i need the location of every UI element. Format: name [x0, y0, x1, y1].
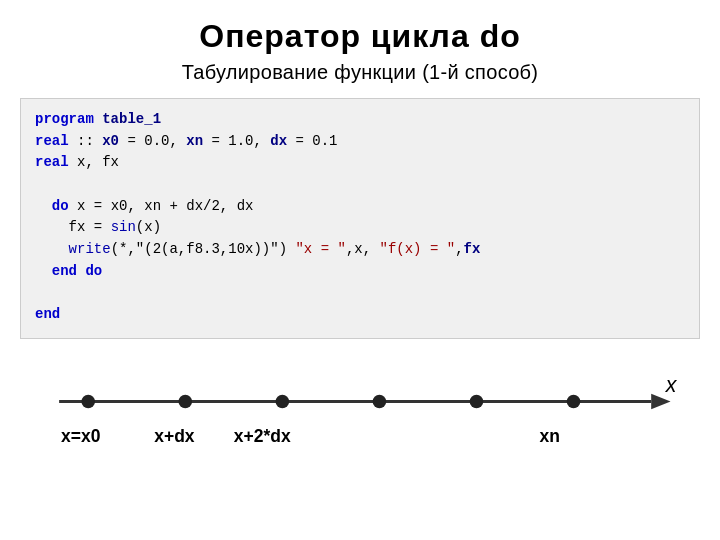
- svg-point-4: [276, 395, 290, 409]
- code-line-blank-2: [35, 283, 685, 305]
- axis-label: x: [665, 373, 678, 397]
- code-line-1: program table_1: [35, 109, 685, 131]
- code-line-5: fx = sin(x): [35, 217, 685, 239]
- code-line-2: real :: x0 = 0.0, xn = 1.0, dx = 0.1: [35, 131, 685, 153]
- svg-point-7: [567, 395, 581, 409]
- page: Оператор цикла do Табулирование функции …: [0, 0, 720, 540]
- svg-point-5: [373, 395, 387, 409]
- svg-point-6: [470, 395, 484, 409]
- number-line-svg: x x=x0 x+dx x+2*dx xn: [30, 363, 690, 473]
- code-line-3: real x, fx: [35, 152, 685, 174]
- label-xn: xn: [540, 426, 560, 446]
- diagram: x x=x0 x+dx x+2*dx xn: [20, 363, 700, 477]
- code-line-8: end: [35, 304, 685, 326]
- code-line-blank-1: [35, 174, 685, 196]
- main-title: Оператор цикла do: [199, 18, 520, 55]
- label-x2dx: x+2*dx: [234, 426, 291, 446]
- code-line-4: do x = x0, xn + dx/2, dx: [35, 196, 685, 218]
- code-line-6: write(*,"(2(a,f8.3,10x))") "x = ",x, "f(…: [35, 239, 685, 261]
- svg-point-2: [81, 395, 95, 409]
- code-line-7: end do: [35, 261, 685, 283]
- label-xdx: x+dx: [154, 426, 195, 446]
- code-block: program table_1 real :: x0 = 0.0, xn = 1…: [20, 98, 700, 339]
- subtitle: Табулирование функции (1-й способ): [182, 61, 539, 84]
- label-x0: x=x0: [61, 426, 100, 446]
- svg-point-3: [179, 395, 193, 409]
